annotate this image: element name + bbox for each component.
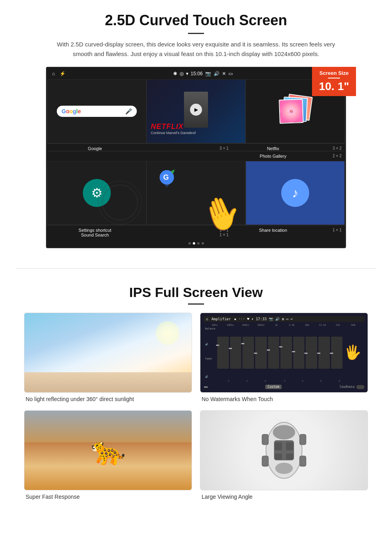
dot1 bbox=[188, 242, 191, 245]
eq-bar-9 bbox=[318, 337, 330, 369]
mic-icon[interactable]: 🎤 bbox=[125, 108, 132, 114]
ghost-circle2 bbox=[98, 181, 142, 225]
badge-divider bbox=[328, 78, 340, 78]
wifi-icon: ▾ bbox=[186, 71, 188, 76]
cheetah-image-container: 🐆 bbox=[24, 410, 192, 490]
feature-sunlight: No light reflecting under 360° direct su… bbox=[24, 313, 192, 402]
cheetah-sky bbox=[24, 411, 192, 442]
svg-point-4 bbox=[275, 463, 293, 474]
google-search-bar[interactable]: Google 🎤 bbox=[57, 106, 137, 117]
eq-thumb-2 bbox=[229, 348, 232, 349]
car-image-container bbox=[200, 410, 368, 490]
camera-icon: 📷 bbox=[205, 71, 211, 76]
eq-bar-7 bbox=[293, 337, 305, 369]
photo-stack: 🌸 bbox=[279, 95, 311, 127]
android-device: ⌂ ⚡ ✱ ◎ ▾ 15:06 📷 🔊 ✕ ▭ bbox=[46, 67, 346, 248]
viewing-label: Large Viewing Angle bbox=[200, 494, 368, 500]
status-bar-left: ⌂ ⚡ bbox=[52, 71, 66, 76]
title-divider bbox=[188, 33, 204, 34]
svg-rect-12 bbox=[262, 456, 268, 466]
time-display: 15:06 bbox=[191, 71, 203, 76]
section-divider-line bbox=[16, 268, 376, 269]
section-curved-touch: 2.5D Curved Touch Screen With 2.5D curve… bbox=[0, 0, 392, 256]
netflix-background: ▶ NETFLIX Continue Marvel's Daredevil bbox=[147, 80, 245, 143]
amp-bottom-controls: ◀◀ Custom loudness bbox=[204, 385, 364, 389]
feature-viewing: Large Viewing Angle bbox=[200, 410, 368, 500]
photo-card-front: 🌸 bbox=[279, 99, 304, 124]
share-size: 1 × 1 bbox=[318, 228, 342, 233]
sun-glow bbox=[156, 321, 180, 345]
svg-rect-6 bbox=[275, 442, 282, 450]
sound-label: Sound Search bbox=[50, 233, 140, 237]
section2-title: IPS Full Screen View bbox=[24, 285, 368, 300]
eq-thumb-3 bbox=[241, 343, 244, 344]
music-icon-wrap: ♪ bbox=[281, 179, 309, 207]
google-app-cell[interactable]: Google 🎤 bbox=[47, 79, 146, 143]
sky-visual bbox=[24, 313, 192, 392]
sunlight-label: No light reflecting under 360° direct su… bbox=[24, 396, 192, 402]
app-labels-row1b: Photo Gallery 2 × 2 bbox=[47, 151, 345, 161]
ips-title-divider bbox=[188, 303, 204, 305]
location-icon: ◎ bbox=[180, 71, 184, 76]
settings-size: 1 × 1 bbox=[140, 228, 229, 233]
hand-touch-area: 🖐 bbox=[343, 327, 363, 378]
volume-icon: 🔊 bbox=[214, 71, 220, 76]
feature-response: 🐆 Super Fast Response bbox=[24, 410, 192, 500]
car-top-view-svg bbox=[254, 418, 314, 482]
amplifier-screen: ⌂ Amplifier ▪ ··· ♥ ▾ 17:33 📷 🔊 ⊞ ▭ ↩ 60… bbox=[200, 313, 368, 392]
svg-rect-8 bbox=[275, 454, 282, 460]
app-grid-row1: Google 🎤 ▶ NETFLIX Continue Marvel's Dar… bbox=[47, 79, 345, 143]
close-icon[interactable]: ✕ bbox=[222, 71, 226, 76]
window-icon[interactable]: ▭ bbox=[228, 71, 233, 76]
google-size: 3 × 1 bbox=[140, 146, 229, 151]
svg-line-15 bbox=[284, 418, 310, 422]
share-location-cell[interactable]: G 🤚 bbox=[146, 161, 246, 225]
bluetooth-icon: ✱ bbox=[173, 71, 177, 76]
status-bar: ⌂ ⚡ ✱ ◎ ▾ 15:06 📷 🔊 ✕ ▭ bbox=[47, 68, 345, 79]
ground-band bbox=[24, 372, 192, 392]
eq-bars-group bbox=[217, 327, 342, 378]
netflix-app-cell[interactable]: ▶ NETFLIX Continue Marvel's Daredevil bbox=[146, 79, 246, 143]
settings-app-cell[interactable]: ⚙ bbox=[47, 161, 146, 225]
netflix-figure: ▶ bbox=[184, 92, 208, 128]
sound-search-cell[interactable]: ♪ bbox=[246, 161, 345, 225]
response-label: Super Fast Response bbox=[24, 494, 192, 500]
app-grid-row2: ⚙ G bbox=[47, 161, 345, 225]
feature-grid: No light reflecting under 360° direct su… bbox=[24, 313, 368, 500]
flower-image: 🌸 bbox=[280, 100, 303, 123]
amp-nav-left[interactable]: ◀◀ bbox=[204, 385, 208, 389]
svg-rect-7 bbox=[286, 442, 293, 450]
custom-button[interactable]: Custom bbox=[265, 385, 282, 389]
home-icon[interactable]: ⌂ bbox=[52, 71, 55, 76]
settings-label: Settings shortcut bbox=[50, 228, 140, 233]
netflix-size: 3 × 2 bbox=[318, 146, 342, 151]
eq-bar-2 bbox=[230, 337, 242, 369]
section-ips: IPS Full Screen View No light reflecting… bbox=[0, 281, 392, 512]
car-visual bbox=[200, 411, 368, 490]
eq-bar-3 bbox=[242, 337, 254, 369]
svg-rect-11 bbox=[300, 434, 306, 445]
music-note-icon: ♪ bbox=[292, 186, 298, 201]
play-button[interactable]: ▶ bbox=[190, 104, 202, 116]
photogallery-label: Photo Gallery bbox=[228, 154, 318, 159]
eq-value-labels: Balance 🔊 Fader 🔊 bbox=[205, 327, 217, 378]
loudness-label: loudness bbox=[339, 385, 355, 389]
section1-title: 2.5D Curved Touch Screen bbox=[24, 12, 368, 29]
amp-header: ⌂ Amplifier ▪ ··· ♥ ▾ 17:33 📷 🔊 ⊞ ▭ ↩ bbox=[204, 316, 364, 322]
device-wrapper: Screen Size 10. 1" ⌂ ⚡ ✱ ◎ ▾ 15:06 📷 🔊 bbox=[40, 67, 352, 248]
app-labels-row2: Settings shortcut 1 × 1 Share location 1… bbox=[47, 225, 345, 240]
loudness-toggle: loudness bbox=[339, 385, 364, 389]
svg-text:G: G bbox=[163, 173, 169, 181]
google-logo: Google bbox=[62, 108, 81, 114]
maps-g-icon: G bbox=[159, 169, 175, 191]
svg-rect-13 bbox=[300, 456, 306, 466]
section1-description: With 2.5D curved-display screen, this de… bbox=[56, 40, 336, 59]
badge-title: Screen Size bbox=[317, 70, 351, 76]
hand-touch-icon: 🖐 bbox=[344, 344, 362, 361]
eq-thumb-4 bbox=[254, 353, 257, 354]
sunlight-image bbox=[24, 313, 192, 393]
toggle-switch-icon[interactable] bbox=[356, 385, 364, 389]
amp-icons: ▪ ··· ♥ ▾ 17:33 📷 🔊 ⊞ ▭ ↩ bbox=[234, 317, 293, 321]
status-bar-center: ✱ ◎ ▾ 15:06 📷 🔊 ✕ ▭ bbox=[173, 71, 233, 76]
amp-home-icon: ⌂ bbox=[206, 317, 208, 321]
